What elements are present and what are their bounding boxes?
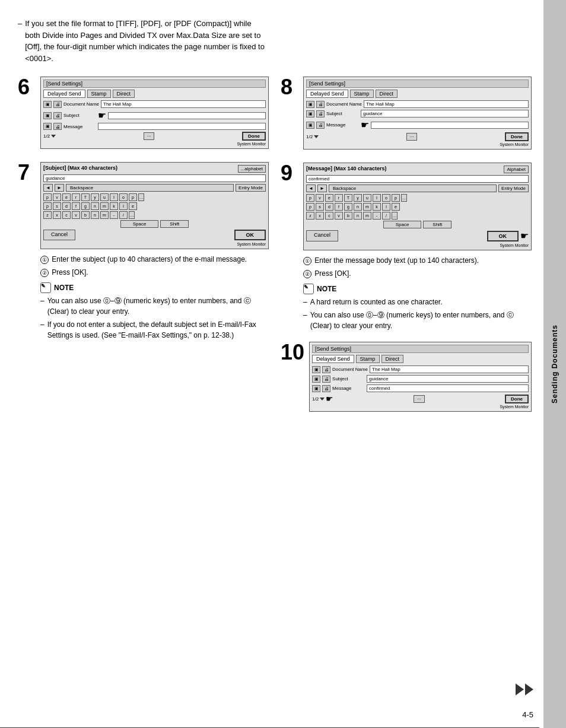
step6-input1[interactable]: The Hall Map: [101, 100, 266, 108]
kbd9-key-p3[interactable]: p: [306, 203, 314, 211]
step7-alphabet-btn[interactable]: ...alphabet: [238, 165, 266, 173]
kbd9-key-slash[interactable]: /: [382, 212, 390, 220]
kbd9-key-p[interactable]: p: [306, 194, 314, 202]
kbd-key-slash[interactable]: /: [119, 211, 128, 219]
kbd-key-k[interactable]: k: [110, 202, 118, 210]
step6-tab3[interactable]: Direct: [113, 90, 135, 98]
kbd-key-b[interactable]: b: [81, 211, 90, 219]
kbd9-key-dot2[interactable]: …: [392, 212, 398, 220]
step10-tab2[interactable]: Stamp: [356, 355, 380, 363]
step7-cancel-btn[interactable]: Cancel: [43, 230, 75, 240]
step7-ok-btn[interactable]: OK: [234, 230, 266, 240]
kbd9-key-z[interactable]: z: [306, 212, 314, 220]
kbd-key-r[interactable]: r: [72, 193, 80, 201]
step7-nav-right[interactable]: ►: [55, 184, 64, 192]
step8-input1[interactable]: The Hall Map: [364, 100, 529, 108]
kbd9-key-o[interactable]: o: [382, 194, 390, 202]
kbd9-key-e2[interactable]: e: [392, 203, 400, 211]
kbd-key-z[interactable]: z: [43, 211, 52, 219]
kbd-key-x[interactable]: x: [53, 211, 61, 219]
kbd9-key-c[interactable]: c: [325, 212, 333, 220]
step8-input2[interactable]: guidance: [361, 110, 529, 117]
kbd9-key-dash[interactable]: -: [373, 212, 381, 220]
step6-btn-dots[interactable]: ···: [144, 132, 155, 140]
kbd9-key-t[interactable]: T: [344, 194, 352, 202]
kbd-key-t[interactable]: T: [81, 193, 90, 201]
step10-input1[interactable]: The Hall Map: [370, 365, 529, 373]
kbd9-key-n[interactable]: n: [354, 203, 362, 211]
kbd9-key-l[interactable]: l: [382, 203, 390, 211]
kbd9-key-y[interactable]: y: [354, 194, 362, 202]
kbd9-key-m2[interactable]: m: [363, 212, 371, 220]
kbd9-key-s[interactable]: s: [316, 203, 324, 211]
step9-backspace[interactable]: Backspace: [329, 185, 497, 192]
kbd-key-d[interactable]: d: [62, 202, 71, 210]
kbd9-key-n2[interactable]: n: [354, 212, 362, 220]
step10-input2[interactable]: guidance: [367, 375, 529, 383]
kbd-key-v[interactable]: v: [53, 193, 61, 201]
kbd-key-dot2[interactable]: …: [129, 211, 135, 219]
kbd-key-p[interactable]: p: [43, 193, 52, 201]
step6-input2[interactable]: [108, 112, 266, 119]
step6-tab1[interactable]: Delayed Send: [43, 90, 85, 98]
kbd-key-p3[interactable]: p: [43, 202, 52, 210]
kbd-key-y[interactable]: y: [91, 193, 99, 201]
kbd9-key-i[interactable]: I: [373, 194, 381, 202]
kbd-key-u[interactable]: u: [100, 193, 109, 201]
step9-nav-right[interactable]: ►: [317, 185, 327, 192]
kbd-key-m[interactable]: m: [100, 202, 109, 210]
step8-btn-dots[interactable]: ···: [406, 133, 418, 141]
step7-nav-left[interactable]: ◄: [43, 184, 53, 192]
kbd-key-c[interactable]: c: [62, 211, 71, 219]
kbd-key-l[interactable]: l: [119, 202, 128, 210]
step7-shift-btn[interactable]: Shift: [160, 220, 189, 228]
kbd-key-n2[interactable]: n: [91, 211, 99, 219]
kbd9-key-v[interactable]: v: [316, 194, 324, 202]
kbd9-key-f[interactable]: f: [335, 203, 343, 211]
kbd9-key-k[interactable]: k: [373, 203, 381, 211]
kbd9-key-r[interactable]: r: [335, 194, 343, 202]
kbd-key-g[interactable]: g: [81, 202, 90, 210]
kbd9-key-v2[interactable]: v: [335, 212, 343, 220]
step9-cancel-btn[interactable]: Cancel: [306, 230, 338, 241]
kbd9-key-b[interactable]: b: [344, 212, 352, 220]
step6-input3[interactable]: [98, 123, 266, 130]
step9-text-input[interactable]: confirmed: [306, 175, 529, 183]
step6-tab2[interactable]: Stamp: [87, 90, 111, 98]
step7-space-btn[interactable]: Space: [120, 220, 159, 228]
step8-tab1[interactable]: Delayed Send: [306, 90, 348, 98]
kbd9-key-dot1[interactable]: …: [401, 194, 407, 202]
kbd-key-o[interactable]: o: [119, 193, 128, 201]
kbd-key-n[interactable]: n: [91, 202, 99, 210]
step8-input3[interactable]: [371, 122, 529, 129]
step10-btn-dots[interactable]: ···: [414, 395, 425, 403]
kbd-key-dot1[interactable]: …: [138, 193, 144, 201]
step7-entry-mode[interactable]: Entry Mode: [236, 184, 266, 192]
step9-space-btn[interactable]: Space: [383, 221, 422, 228]
step8-tab2[interactable]: Stamp: [350, 90, 374, 98]
step10-tab3[interactable]: Direct: [381, 355, 404, 363]
step9-shift-btn[interactable]: Shift: [423, 221, 451, 228]
step8-btn-done[interactable]: Done: [505, 132, 529, 141]
step9-ok-btn[interactable]: OK: [487, 231, 519, 241]
kbd-key-s[interactable]: s: [53, 202, 61, 210]
kbd-key-dash[interactable]: -: [110, 211, 118, 219]
step9-nav-left[interactable]: ◄: [306, 185, 316, 192]
step7-text-input[interactable]: guidance: [43, 174, 266, 182]
step10-btn-done[interactable]: Done: [505, 395, 529, 403]
kbd-key-p2[interactable]: p: [129, 193, 137, 201]
step9-alphabet-btn[interactable]: Alphabet: [504, 166, 529, 173]
kbd-key-e2[interactable]: e: [129, 202, 137, 210]
step8-tab3[interactable]: Direct: [376, 90, 398, 98]
step10-tab1[interactable]: Delayed Send: [312, 355, 354, 363]
kbd9-key-g[interactable]: g: [344, 203, 352, 211]
kbd-key-e[interactable]: e: [62, 193, 71, 201]
step10-input3[interactable]: confirmed: [367, 384, 529, 392]
kbd-key-i[interactable]: I: [110, 193, 118, 201]
kbd9-key-p2[interactable]: p: [392, 194, 400, 202]
step9-entry-mode[interactable]: Entry Mode: [498, 185, 529, 192]
kbd-key-f[interactable]: f: [72, 202, 80, 210]
step7-backspace[interactable]: Backspace: [66, 184, 234, 192]
kbd-key-m2[interactable]: m: [100, 211, 109, 219]
kbd9-key-x[interactable]: x: [316, 212, 324, 220]
